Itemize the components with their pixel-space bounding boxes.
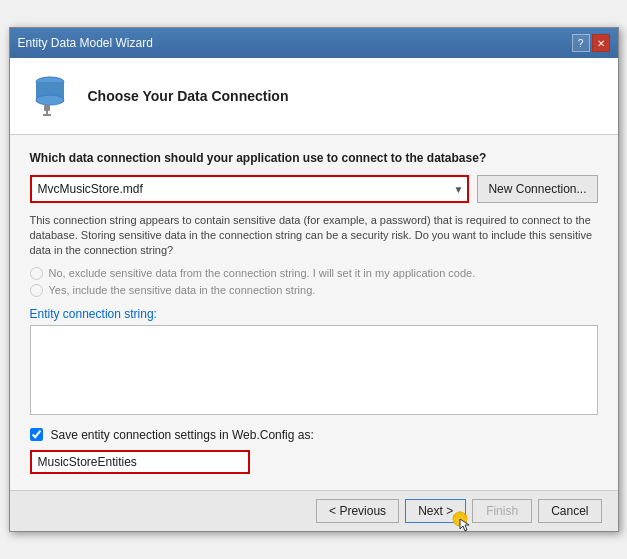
radio-yes-item: Yes, include the sensitive data in the c…	[30, 284, 598, 297]
database-icon	[26, 72, 74, 120]
svg-rect-6	[43, 114, 51, 116]
radio-no-item: No, exclude sensitive data from the conn…	[30, 267, 598, 280]
previous-button[interactable]: < Previous	[316, 499, 399, 523]
radio-no-label: No, exclude sensitive data from the conn…	[49, 267, 476, 279]
save-checkbox-label: Save entity connection settings in Web.C…	[51, 428, 314, 442]
title-bar-controls: ? ✕	[572, 34, 610, 52]
sensitive-text: This connection string appears to contai…	[30, 213, 598, 259]
save-section: Save entity connection settings in Web.C…	[30, 428, 598, 442]
svg-rect-4	[44, 105, 50, 111]
entity-connection-textarea[interactable]	[30, 325, 598, 415]
header-title: Choose Your Data Connection	[88, 88, 289, 104]
dialog-window: Entity Data Model Wizard ? ✕ Choose Your…	[9, 27, 619, 532]
connection-row: MvcMusicStore.mdf ▼ New Connection...	[30, 175, 598, 203]
radio-yes-input[interactable]	[30, 284, 43, 297]
radio-group: No, exclude sensitive data from the conn…	[30, 267, 598, 297]
finish-button[interactable]: Finish	[472, 499, 532, 523]
cancel-button[interactable]: Cancel	[538, 499, 601, 523]
entity-name-input[interactable]	[30, 450, 250, 474]
title-bar: Entity Data Model Wizard ? ✕	[10, 28, 618, 58]
next-button[interactable]: Next >	[405, 499, 466, 523]
close-button[interactable]: ✕	[592, 34, 610, 52]
radio-no-input[interactable]	[30, 267, 43, 280]
entity-connection-label: Entity connection string:	[30, 307, 598, 321]
footer: < Previous Next > Finish Cancel	[10, 490, 618, 531]
question-label: Which data connection should your applic…	[30, 151, 598, 167]
new-connection-button[interactable]: New Connection...	[477, 175, 597, 203]
header-section: Choose Your Data Connection	[10, 58, 618, 135]
help-button[interactable]: ?	[572, 34, 590, 52]
main-content: Which data connection should your applic…	[10, 135, 618, 490]
entity-name-wrapper	[30, 450, 598, 474]
connection-dropdown[interactable]: MvcMusicStore.mdf	[32, 177, 468, 201]
connection-dropdown-wrapper[interactable]: MvcMusicStore.mdf ▼	[30, 175, 470, 203]
window-title: Entity Data Model Wizard	[18, 36, 153, 50]
svg-point-3	[36, 95, 64, 105]
save-checkbox[interactable]	[30, 428, 43, 441]
next-button-wrapper: Next >	[405, 499, 466, 523]
radio-yes-label: Yes, include the sensitive data in the c…	[49, 284, 316, 296]
